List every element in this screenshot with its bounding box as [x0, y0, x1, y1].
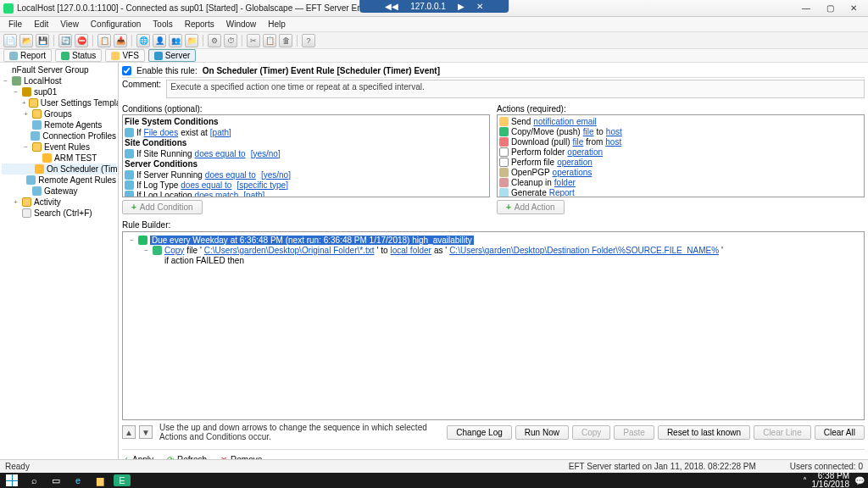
- tb-group-icon[interactable]: 👥: [169, 34, 182, 47]
- menu-file[interactable]: File: [3, 18, 27, 30]
- tb-user-icon[interactable]: 👤: [153, 34, 166, 47]
- tree-activity[interactable]: +Activity: [2, 197, 116, 208]
- tree-remote-agents[interactable]: Remote Agents: [2, 119, 116, 130]
- tray-notification-icon[interactable]: 💬: [854, 476, 865, 485]
- tree-host[interactable]: −LocalHost: [2, 75, 116, 86]
- tb-copy-icon[interactable]: 📋: [97, 34, 111, 47]
- cond-file-exists[interactable]: If File does exist at [path]: [125, 127, 487, 137]
- menu-help[interactable]: Help: [263, 18, 291, 30]
- tb-save-icon[interactable]: 💾: [36, 34, 49, 47]
- system-tray[interactable]: ˄ 6:38 PM 1/16/2018 💬: [803, 472, 865, 489]
- tree-connection-profiles[interactable]: Connection Profiles: [2, 130, 116, 141]
- tb-ie-icon[interactable]: e: [70, 474, 86, 486]
- builder-trigger-row[interactable]: − Due every Weekday at 6:36:48 PM (next …: [128, 235, 859, 245]
- maximize-button[interactable]: ▢: [819, 3, 841, 14]
- enable-rule-checkbox[interactable]: [122, 66, 131, 75]
- tb-refresh-icon[interactable]: 🔄: [58, 34, 72, 47]
- tb-del-icon[interactable]: 🗑: [279, 34, 292, 47]
- tree-site[interactable]: −sup01: [2, 86, 116, 97]
- tree-rule-armtest[interactable]: ARM TEST: [2, 152, 116, 164]
- conditions-list[interactable]: File System Conditions If File does exis…: [122, 114, 490, 197]
- action-cleanup[interactable]: Cleanup in folder: [499, 177, 862, 187]
- enable-rule-label: Enable this rule:: [136, 66, 198, 75]
- action-perform-file[interactable]: Perform file operation: [499, 157, 862, 167]
- clear-all-button[interactable]: Clear All: [815, 425, 865, 440]
- tree-gateway[interactable]: Gateway: [2, 186, 116, 197]
- paste-button[interactable]: Paste: [614, 425, 654, 440]
- action-send-email[interactable]: Send notification email: [499, 116, 862, 126]
- server-tab-top[interactable]: ◀◀ 127.0.0.1 ▶ ✕: [359, 0, 509, 13]
- tab-close-icon[interactable]: ✕: [476, 2, 483, 11]
- tb-search-icon[interactable]: ⌕: [25, 474, 42, 486]
- tb-paste2-icon[interactable]: 📋: [263, 34, 276, 47]
- tree-rule-scheduler[interactable]: On Scheduler (Timer) Event Rule: [2, 164, 116, 175]
- run-now-button[interactable]: Run Now: [515, 425, 569, 440]
- actions-panel: Actions (required): Send notification em…: [497, 103, 865, 217]
- tree-remote-agent-rules[interactable]: Remote Agent Rules: [2, 175, 116, 186]
- tree-groups[interactable]: +Groups: [2, 108, 116, 119]
- tb-new-icon[interactable]: 📄: [3, 34, 17, 47]
- minimize-button[interactable]: —: [795, 3, 817, 14]
- tb-taskview-icon[interactable]: ▭: [47, 474, 64, 486]
- view-vfs[interactable]: VFS: [105, 49, 144, 62]
- add-condition-button[interactable]: +Add Condition: [122, 200, 203, 214]
- menu-window[interactable]: Window: [221, 18, 262, 30]
- tb-stop-icon[interactable]: ⛔: [75, 34, 88, 47]
- tb-timer-icon[interactable]: ⏱: [224, 34, 237, 47]
- tb-folder-icon[interactable]: 📁: [185, 34, 198, 47]
- tree-search[interactable]: Search (Ctrl+F): [2, 208, 116, 219]
- start-button[interactable]: [3, 474, 20, 486]
- status-ready: Ready: [5, 462, 569, 471]
- add-action-button[interactable]: +Add Action: [497, 200, 565, 214]
- view-status[interactable]: Status: [55, 49, 102, 62]
- tb-help-icon[interactable]: ?: [302, 34, 315, 47]
- action-generate-report[interactable]: Generate Report: [499, 187, 862, 197]
- copy-button[interactable]: Copy: [572, 425, 610, 440]
- tb-explorer-icon[interactable]: ▆: [92, 474, 108, 486]
- change-log-button[interactable]: Change Log: [447, 425, 512, 440]
- tb-cut-icon[interactable]: ✂: [247, 34, 260, 47]
- action-openpgp[interactable]: OpenPGP operations: [499, 167, 862, 177]
- clear-line-button[interactable]: Clear Line: [754, 425, 811, 440]
- cond-heading-server: Server Conditions: [125, 158, 487, 169]
- tree-user-settings[interactable]: +User Settings Templates: [2, 97, 116, 108]
- menu-reports[interactable]: Reports: [180, 18, 220, 30]
- rule-builder-box[interactable]: − Due every Weekday at 6:36:48 PM (next …: [122, 231, 865, 420]
- menu-configuration[interactable]: Configuration: [86, 18, 146, 30]
- cond-log-type[interactable]: If Log Type does equal to [specific type…: [125, 180, 487, 190]
- workspace: nFault Server Group −LocalHost −sup01 +U…: [0, 63, 868, 468]
- move-down-button[interactable]: ▼: [139, 425, 153, 439]
- tree-event-rules[interactable]: −Event Rules: [2, 141, 116, 152]
- main-panel: Enable this rule: On Scheduler (Timer) E…: [119, 63, 868, 468]
- tray-up-icon[interactable]: ˄: [803, 476, 807, 485]
- comment-input[interactable]: [166, 80, 865, 98]
- tab-prev-icon[interactable]: ◀◀: [385, 2, 398, 11]
- menu-view[interactable]: View: [55, 18, 84, 30]
- action-download[interactable]: Download (pull) file from host: [499, 136, 862, 147]
- move-up-button[interactable]: ▲: [122, 425, 136, 439]
- tb-paste-icon[interactable]: 📥: [114, 34, 127, 47]
- cond-site-running[interactable]: If Site Running does equal to [yes/no]: [125, 148, 487, 158]
- tb-open-icon[interactable]: 📂: [19, 34, 33, 47]
- close-button[interactable]: ✕: [843, 3, 865, 14]
- builder-ifaction-row[interactable]: if action FAILED then: [128, 255, 859, 265]
- menubar: File Edit View Configuration Tools Repor…: [0, 17, 868, 32]
- action-perform-folder[interactable]: Perform folder operation: [499, 147, 862, 157]
- action-copy-move[interactable]: Copy/Move (push) file to host: [499, 126, 862, 136]
- tab-next-icon[interactable]: ▶: [458, 2, 465, 11]
- view-server[interactable]: Server: [148, 49, 196, 62]
- comment-row: Comment:: [122, 80, 865, 98]
- conditions-panel: Conditions (optional): File System Condi…: [122, 103, 490, 217]
- tb-eft-icon[interactable]: E: [114, 474, 131, 486]
- menu-tools[interactable]: Tools: [147, 18, 177, 30]
- tb-rule-icon[interactable]: ⚙: [208, 34, 221, 47]
- menu-edit[interactable]: Edit: [29, 18, 53, 30]
- tb-site-icon[interactable]: 🌐: [136, 34, 150, 47]
- cond-log-location[interactable]: If Log Location does match [path]: [125, 190, 487, 197]
- actions-list[interactable]: Send notification email Copy/Move (push)…: [497, 114, 865, 197]
- cond-server-running[interactable]: If Server Running does equal to [yes/no]: [125, 169, 487, 180]
- view-report[interactable]: Report: [3, 49, 52, 62]
- tree-root[interactable]: nFault Server Group: [2, 64, 116, 75]
- reset-button[interactable]: Reset to last known: [658, 425, 750, 440]
- builder-copy-row[interactable]: − Copy file 'C:\Users\garden\Desktop\Ori…: [128, 245, 859, 255]
